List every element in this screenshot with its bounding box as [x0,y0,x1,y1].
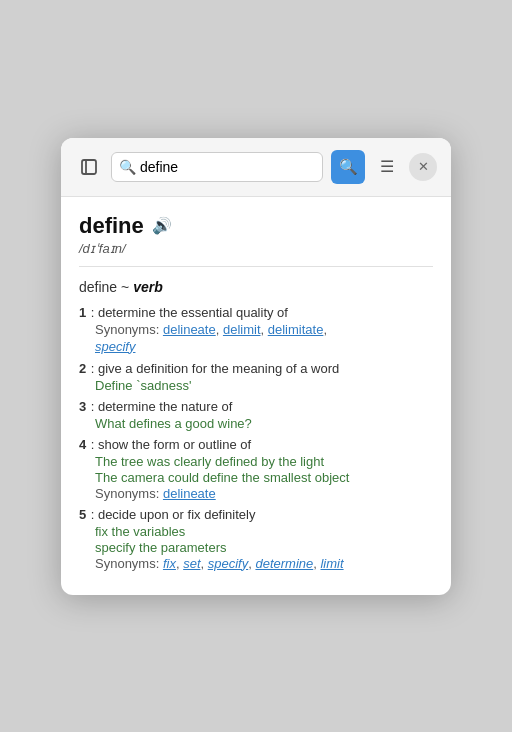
example-link-4a[interactable]: The tree was clearly defined by the ligh… [79,454,433,469]
synonym-limit[interactable]: limit [320,556,343,571]
synonym-delimitate[interactable]: delimitate [268,322,324,337]
word-repeat: define [79,279,117,295]
content-area: define 🔊 /dɪˈfaɪn/ define ~ verb 1 : det… [61,197,451,595]
synonyms-line-1: Synonyms: delineate, delimit, delimitate… [79,322,433,337]
synonym-fix[interactable]: fix [163,556,176,571]
def-text-2: : give a definition for the meaning of a… [91,361,340,376]
definition-row-4: 4 : show the form or outline of The tree… [79,435,433,501]
pos-line: define ~ verb [79,279,433,295]
synonyms-label-4: Synonyms: [95,486,163,501]
example-link-4b[interactable]: The camera could define the smallest obj… [79,470,433,485]
definition-row-1: 1 : determine the essential quality of S… [79,303,433,355]
specify-example: specify [79,337,433,355]
specify-link[interactable]: specify [95,339,135,354]
word-title: define [79,213,144,239]
svg-rect-0 [82,160,96,174]
definition-row-3: 3 : determine the nature of What defines… [79,397,433,431]
def-text-3: : determine the nature of [91,399,233,414]
synonyms-label-5: Synonyms: [95,556,163,571]
definition-row-5: 5 : decide upon or fix definitely fix th… [79,505,433,571]
def-text-4: : show the form or outline of [91,437,251,452]
def-number-5: 5 [79,507,86,522]
search-wrapper: 🔍 [111,152,323,182]
close-icon: ✕ [418,159,429,174]
pos-separator: ~ [121,279,133,295]
search-icon: 🔍 [119,159,136,175]
synonym-delineate-1[interactable]: delineate [163,322,216,337]
synonyms-line-4: Synonyms: delineate [79,486,433,501]
synonym-delineate-4[interactable]: delineate [163,486,216,501]
synonyms-label-1: Synonyms: [95,322,163,337]
menu-button[interactable]: ☰ [373,153,401,181]
def-text-5: : decide upon or fix definitely [91,507,256,522]
example-link-2[interactable]: Define `sadness' [79,378,433,393]
audio-icon: 🔊 [152,217,172,234]
synonym-set[interactable]: set [183,556,200,571]
synonym-determine[interactable]: determine [255,556,313,571]
example-link-5a[interactable]: fix the variables [79,524,433,539]
def-number-2: 2 [79,361,86,376]
menu-icon: ☰ [380,157,394,176]
close-button[interactable]: ✕ [409,153,437,181]
example-link-5b[interactable]: specify the parameters [79,540,433,555]
example-link-3[interactable]: What defines a good wine? [79,416,433,431]
search-input[interactable] [111,152,323,182]
divider [79,266,433,267]
def-number-1: 1 [79,305,86,320]
def-text-1: : determine the essential quality of [91,305,288,320]
def-number-3: 3 [79,399,86,414]
word-header: define 🔊 [79,213,433,239]
definition-row-2: 2 : give a definition for the meaning of… [79,359,433,393]
pronunciation: /dɪˈfaɪn/ [79,241,433,256]
pos-label: verb [133,279,163,295]
dictionary-window: 🔍 🔍 ☰ ✕ define 🔊 /dɪˈfaɪn/ define ~ verb [61,138,451,595]
search-button-icon: 🔍 [339,158,358,176]
synonyms-line-5: Synonyms: fix, set, specify, determine, … [79,556,433,571]
synonym-specify[interactable]: specify [208,556,248,571]
synonym-delimit[interactable]: delimit [223,322,261,337]
def-number-4: 4 [79,437,86,452]
audio-button[interactable]: 🔊 [152,216,172,235]
toolbar: 🔍 🔍 ☰ ✕ [61,138,451,197]
sidebar-toggle-button[interactable] [75,153,103,181]
search-button[interactable]: 🔍 [331,150,365,184]
